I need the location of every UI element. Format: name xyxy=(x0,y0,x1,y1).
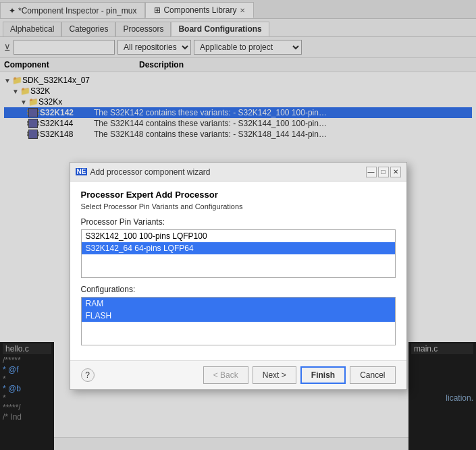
modal-overlay: NE Add processor component wizard — □ ✕ … xyxy=(0,0,476,450)
minimize-button[interactable]: — xyxy=(366,167,377,177)
modal-titlebar: NE Add processor component wizard — □ ✕ xyxy=(70,163,406,181)
add-processor-wizard-modal: NE Add processor component wizard — □ ✕ … xyxy=(70,162,407,390)
modal-subheading: Select Processor Pin Variants and Config… xyxy=(81,202,396,210)
cancel-button[interactable]: Cancel xyxy=(350,366,395,384)
pin-variants-list[interactable]: S32K142_100 100-pins LQFP100 S32K142_64 … xyxy=(81,229,396,278)
pin-variants-section: Processor Pin Variants: S32K142_100 100-… xyxy=(81,217,396,278)
modal-heading: Processor Expert Add Processor xyxy=(81,190,396,200)
modal-body: Processor Expert Add Processor Select Pr… xyxy=(70,181,406,360)
configurations-section: Configurations: RAM FLASH xyxy=(81,285,396,345)
pin-variant-item-2[interactable]: S32K142_64 64-pins LQFP64 xyxy=(82,242,395,254)
pin-variants-label: Processor Pin Variants: xyxy=(81,217,396,227)
finish-button[interactable]: Finish xyxy=(300,366,346,384)
help-button[interactable]: ? xyxy=(81,368,95,382)
footer-left: ? xyxy=(81,368,95,382)
back-button[interactable]: < Back xyxy=(203,366,248,384)
footer-right: < Back Next > Finish Cancel xyxy=(203,366,396,384)
modal-title: Add processor component wizard xyxy=(90,167,364,177)
modal-footer: ? < Back Next > Finish Cancel xyxy=(70,360,406,389)
configurations-label: Configurations: xyxy=(81,285,396,294)
next-button[interactable]: Next > xyxy=(253,366,296,384)
wizard-icon: NE xyxy=(76,168,88,175)
pin-variant-item-1[interactable]: S32K142_100 100-pins LQFP100 xyxy=(82,230,395,242)
config-item-ram[interactable]: RAM xyxy=(82,298,395,310)
close-modal-button[interactable]: ✕ xyxy=(390,167,401,177)
maximize-button[interactable]: □ xyxy=(378,167,389,177)
configurations-list[interactable]: RAM FLASH xyxy=(81,297,396,345)
config-item-flash[interactable]: FLASH xyxy=(82,310,395,322)
